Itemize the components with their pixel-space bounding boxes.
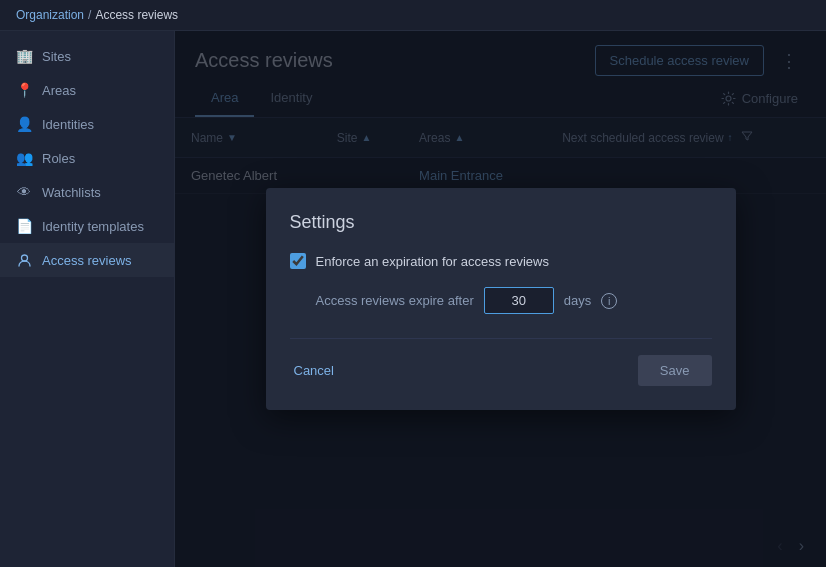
svg-point-0 (21, 255, 27, 261)
sidebar-item-identity-templates[interactable]: 📄 Identity templates (0, 209, 174, 243)
sidebar-item-identity-templates-label: Identity templates (42, 219, 144, 234)
expire-after-label: Access reviews expire after (316, 293, 474, 308)
sidebar-item-roles-label: Roles (42, 151, 75, 166)
sidebar-item-access-reviews[interactable]: Access reviews (0, 243, 174, 277)
main-content: Access reviews Schedule access review ⋮ … (175, 31, 826, 567)
sidebar-item-sites[interactable]: 🏢 Sites (0, 39, 174, 73)
info-icon: i (601, 293, 617, 309)
sidebar-item-access-reviews-label: Access reviews (42, 253, 132, 268)
days-label: days (564, 293, 591, 308)
breadcrumb: Organization / Access reviews (0, 0, 826, 31)
save-button[interactable]: Save (638, 355, 712, 386)
sidebar: 🏢 Sites 📍 Areas 👤 Identities 👥 Roles 👁 W… (0, 31, 175, 567)
sidebar-item-sites-label: Sites (42, 49, 71, 64)
access-reviews-icon (16, 252, 32, 268)
areas-icon: 📍 (16, 82, 32, 98)
enforce-expiration-label: Enforce an expiration for access reviews (316, 254, 549, 269)
sidebar-item-identities[interactable]: 👤 Identities (0, 107, 174, 141)
sidebar-item-identities-label: Identities (42, 117, 94, 132)
identity-templates-icon: 📄 (16, 218, 32, 234)
sidebar-item-watchlists-label: Watchlists (42, 185, 101, 200)
sites-icon: 🏢 (16, 48, 32, 64)
sidebar-item-watchlists[interactable]: 👁 Watchlists (0, 175, 174, 209)
expire-days-input[interactable] (484, 287, 554, 314)
identities-icon: 👤 (16, 116, 32, 132)
enforce-expiration-checkbox[interactable] (290, 253, 306, 269)
dialog-title: Settings (290, 212, 712, 233)
sidebar-item-areas[interactable]: 📍 Areas (0, 73, 174, 107)
breadcrumb-sep: / (88, 8, 91, 22)
settings-dialog: Settings Enforce an expiration for acces… (266, 188, 736, 410)
breadcrumb-current: Access reviews (95, 8, 178, 22)
enforce-expiration-row: Enforce an expiration for access reviews (290, 253, 712, 269)
breadcrumb-org-link[interactable]: Organization (16, 8, 84, 22)
cancel-button[interactable]: Cancel (290, 357, 338, 384)
dialog-actions: Cancel Save (290, 338, 712, 386)
roles-icon: 👥 (16, 150, 32, 166)
expire-after-row: Access reviews expire after days i (316, 287, 712, 314)
sidebar-item-roles[interactable]: 👥 Roles (0, 141, 174, 175)
watchlists-icon: 👁 (16, 184, 32, 200)
sidebar-item-areas-label: Areas (42, 83, 76, 98)
dialog-overlay: Settings Enforce an expiration for acces… (175, 31, 826, 567)
